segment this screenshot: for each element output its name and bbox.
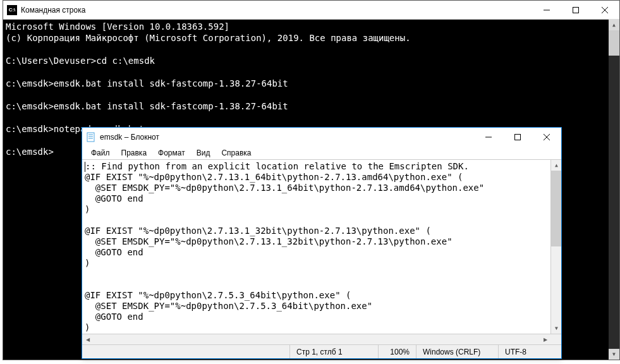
notepad-statusbar: Стр 1, стлб 1 100% Windows (CRLF) UTF-8 (82, 344, 561, 358)
cmd-title: Командная строка (21, 6, 532, 15)
terminal-line (6, 89, 617, 100)
scroll-up-icon[interactable]: ▲ (551, 160, 561, 171)
maximize-button[interactable] (503, 128, 532, 147)
cmd-titlebar[interactable]: C:\ Командная строка (3, 1, 619, 20)
close-button[interactable] (532, 128, 561, 147)
notepad-editor[interactable]: :: Find python from an explicit location… (82, 159, 561, 334)
menu-edit[interactable]: Правка (116, 147, 152, 159)
terminal-line (6, 66, 617, 78)
scroll-down-icon[interactable]: ▼ (551, 323, 561, 334)
menu-file[interactable]: Файл (86, 147, 115, 159)
terminal-line: c:\emsdk>emsdk.bat install sdk-fastcomp-… (6, 100, 617, 112)
scroll-corner (550, 334, 561, 344)
cmd-icon: C:\ (7, 5, 17, 15)
svg-rect-1 (573, 7, 579, 13)
scroll-up-icon[interactable]: ▲ (609, 20, 619, 30)
notepad-icon (86, 132, 96, 142)
status-eol: Windows (CRLF) (416, 345, 498, 358)
scroll-thumb[interactable] (609, 30, 619, 56)
status-spacer (82, 345, 289, 358)
notepad-titlebar[interactable]: emsdk – Блокнот (82, 128, 561, 147)
menu-view[interactable]: Вид (191, 147, 216, 159)
svg-rect-9 (515, 135, 521, 140)
menu-help[interactable]: Справка (216, 147, 256, 159)
scroll-down-icon[interactable]: ▼ (609, 349, 619, 360)
notepad-scrollbar-v[interactable]: ▲ ▼ (550, 160, 561, 334)
scroll-left-icon[interactable]: ◀ (82, 334, 93, 345)
scroll-track[interactable] (551, 246, 561, 323)
terminal-line: Microsoft Windows [Version 10.0.18363.59… (6, 21, 617, 32)
terminal-line: c:\emsdk>emsdk.bat install sdk-fastcomp-… (6, 78, 617, 89)
notepad-menubar: Файл Правка Формат Вид Справка (82, 147, 561, 159)
notepad-title: emsdk – Блокнот (100, 133, 474, 142)
status-encoding: UTF-8 (498, 345, 561, 358)
maximize-button[interactable] (561, 1, 590, 20)
terminal-line (6, 44, 617, 55)
svg-rect-4 (87, 133, 94, 142)
menu-format[interactable]: Формат (153, 147, 190, 159)
close-button[interactable] (590, 1, 619, 20)
minimize-button[interactable] (532, 1, 561, 20)
scroll-right-icon[interactable]: ▶ (540, 334, 550, 345)
status-zoom: 100% (378, 345, 416, 358)
cmd-scrollbar[interactable]: ▲ ▼ (609, 20, 619, 360)
terminal-line: (c) Корпорация Майкрософт (Microsoft Cor… (6, 32, 617, 44)
minimize-button[interactable] (474, 128, 503, 147)
notepad-content: :: Find python from an explicit location… (85, 161, 484, 332)
notepad-window: emsdk – Блокнот Файл Правка Формат Вид С… (82, 127, 562, 359)
notepad-scrollbar-h[interactable]: ◀ ▶ (82, 334, 561, 344)
scroll-thumb[interactable] (551, 171, 561, 246)
terminal-line (6, 112, 617, 123)
scroll-track[interactable] (609, 56, 619, 349)
scroll-track[interactable] (93, 334, 540, 344)
terminal-line: C:\Users\Devuser>cd c:\emsdk (6, 55, 617, 66)
status-cursor: Стр 1, стлб 1 (289, 345, 378, 358)
